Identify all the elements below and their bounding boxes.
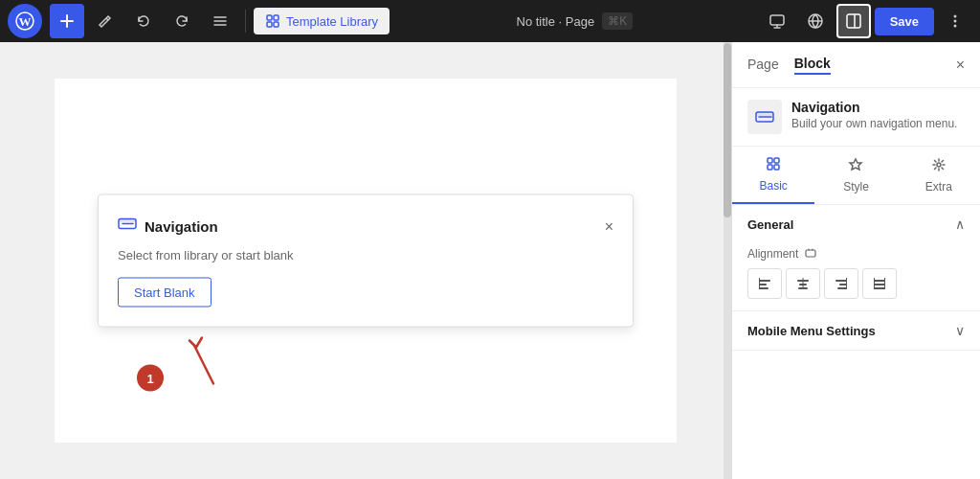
toolbar-divider bbox=[245, 10, 246, 33]
svg-rect-34 bbox=[874, 284, 885, 285]
section-mobile-title: Mobile Menu Settings bbox=[747, 324, 876, 338]
svg-rect-29 bbox=[835, 280, 847, 282]
pen-tool-button[interactable] bbox=[88, 4, 122, 38]
svg-rect-3 bbox=[274, 15, 278, 20]
svg-rect-2 bbox=[267, 15, 272, 20]
svg-rect-33 bbox=[874, 280, 885, 282]
toolbar-right: Save bbox=[760, 4, 972, 38]
align-left-button[interactable] bbox=[747, 268, 782, 299]
block-description: Build your own navigation menu. bbox=[791, 117, 957, 130]
basic-icon bbox=[766, 156, 781, 175]
section-mobile-toggle: ∨ bbox=[955, 323, 965, 338]
svg-rect-14 bbox=[756, 112, 773, 116]
subtab-extra-label: Extra bbox=[925, 180, 952, 194]
canvas-scrollbar[interactable] bbox=[724, 42, 731, 479]
section-general-title: General bbox=[747, 217, 793, 232]
svg-rect-35 bbox=[874, 287, 885, 289]
svg-rect-17 bbox=[768, 165, 772, 170]
navigation-block-icon bbox=[118, 215, 137, 239]
svg-point-8 bbox=[954, 15, 957, 18]
align-right-button[interactable] bbox=[824, 268, 858, 299]
right-panel: Page Block × Navigation Build your own n… bbox=[731, 42, 980, 479]
tab-page[interactable]: Page bbox=[747, 56, 779, 75]
svg-rect-21 bbox=[759, 280, 770, 282]
subtab-style[interactable]: Style bbox=[814, 147, 897, 204]
subtab-extra[interactable]: Extra bbox=[898, 147, 980, 204]
template-library-button[interactable]: Template Library bbox=[254, 8, 390, 34]
block-name: Navigation bbox=[791, 100, 957, 115]
svg-rect-37 bbox=[884, 278, 885, 289]
block-icon bbox=[747, 100, 782, 134]
svg-rect-23 bbox=[759, 287, 768, 289]
popup-header: Navigation × bbox=[118, 215, 613, 239]
annotation-number: 1 bbox=[146, 371, 153, 385]
save-button[interactable]: Save bbox=[875, 8, 934, 35]
wp-logo[interactable]: W bbox=[8, 4, 42, 38]
redo-button[interactable] bbox=[165, 4, 199, 38]
page-title: No title · Page bbox=[517, 14, 595, 29]
block-info-text: Navigation Build your own navigation men… bbox=[791, 100, 957, 130]
popup-description: Select from library or start blank bbox=[118, 248, 613, 262]
svg-rect-24 bbox=[759, 278, 760, 289]
svg-rect-5 bbox=[274, 22, 278, 27]
svg-rect-22 bbox=[759, 284, 767, 285]
more-options-button[interactable] bbox=[938, 4, 972, 38]
svg-point-19 bbox=[937, 163, 941, 167]
svg-rect-30 bbox=[839, 284, 847, 285]
svg-rect-18 bbox=[774, 165, 779, 170]
popup-title-text: Navigation bbox=[145, 218, 218, 235]
editor-layout-button[interactable] bbox=[836, 4, 871, 38]
svg-rect-16 bbox=[774, 158, 779, 163]
svg-rect-20 bbox=[806, 250, 815, 257]
extra-icon bbox=[931, 157, 947, 176]
canvas-inner: Navigation × Select from library or star… bbox=[55, 79, 677, 443]
start-blank-button[interactable]: Start Blank bbox=[118, 278, 212, 308]
subtab-basic[interactable]: Basic bbox=[732, 147, 814, 204]
svg-rect-36 bbox=[874, 278, 875, 289]
alignment-label-text: Alignment bbox=[747, 247, 798, 261]
popup-title: Navigation bbox=[118, 215, 218, 239]
section-general-header[interactable]: General ∧ bbox=[732, 205, 980, 243]
arrow-annotation bbox=[175, 317, 252, 394]
add-block-button[interactable] bbox=[50, 4, 84, 38]
align-justify-button[interactable] bbox=[862, 268, 897, 299]
svg-rect-6 bbox=[770, 15, 784, 25]
list-view-button[interactable] bbox=[203, 4, 237, 38]
panel-tabs: Page Block bbox=[747, 56, 831, 75]
section-mobile: Mobile Menu Settings ∨ bbox=[732, 311, 980, 351]
preview-button[interactable] bbox=[760, 4, 794, 38]
align-center-button[interactable] bbox=[786, 268, 820, 299]
svg-rect-31 bbox=[837, 287, 847, 289]
top-toolbar: W Template Library No title · Page ⌘K Sa… bbox=[0, 0, 980, 42]
panel-close-button[interactable]: × bbox=[956, 57, 965, 74]
section-general: General ∧ Alignment bbox=[732, 205, 980, 311]
page-title-area: No title · Page ⌘K bbox=[393, 12, 756, 30]
main-layout: Navigation × Select from library or star… bbox=[0, 42, 980, 479]
canvas-scrollbar-thumb bbox=[724, 43, 731, 217]
tab-block[interactable]: Block bbox=[794, 56, 831, 75]
svg-point-9 bbox=[954, 20, 957, 23]
svg-rect-12 bbox=[119, 219, 136, 223]
subtab-basic-label: Basic bbox=[759, 179, 787, 193]
alignment-row: Alignment bbox=[732, 243, 980, 310]
svg-rect-28 bbox=[803, 278, 804, 289]
keyboard-shortcut: ⌘K bbox=[602, 12, 633, 30]
sub-tabs: Basic Style Extra bbox=[732, 147, 980, 205]
style-icon bbox=[848, 157, 863, 176]
navigation-popup: Navigation × Select from library or star… bbox=[98, 194, 634, 328]
annotation-number-circle: 1 bbox=[137, 365, 164, 392]
panel-tabs-header: Page Block × bbox=[732, 42, 980, 88]
svg-text:W: W bbox=[19, 14, 32, 29]
view-site-button[interactable] bbox=[798, 4, 833, 38]
section-mobile-header[interactable]: Mobile Menu Settings ∨ bbox=[732, 311, 980, 350]
alignment-options bbox=[747, 268, 965, 299]
template-library-label: Template Library bbox=[286, 14, 378, 29]
canvas-area: Navigation × Select from library or star… bbox=[0, 42, 731, 479]
alignment-label: Alignment bbox=[747, 247, 965, 261]
section-general-toggle: ∧ bbox=[955, 217, 965, 232]
svg-rect-15 bbox=[768, 158, 772, 163]
popup-close-button[interactable]: × bbox=[605, 217, 613, 235]
undo-button[interactable] bbox=[126, 4, 161, 38]
block-info: Navigation Build your own navigation men… bbox=[732, 88, 980, 147]
svg-rect-4 bbox=[267, 22, 272, 27]
